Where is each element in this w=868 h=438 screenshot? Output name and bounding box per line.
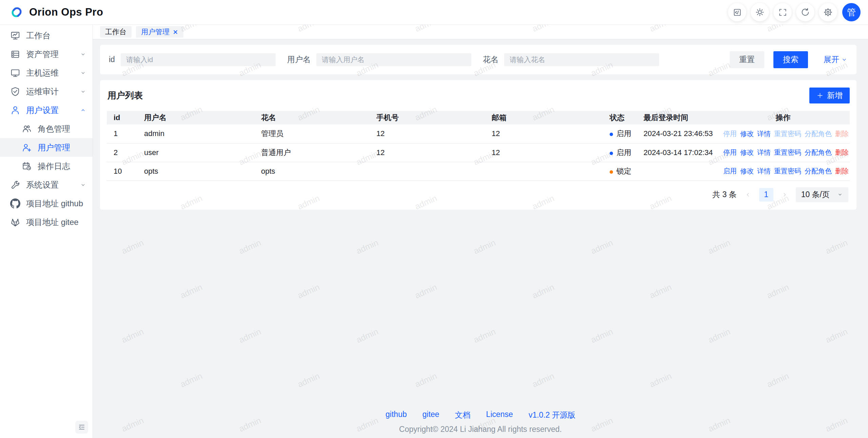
- nickname-input[interactable]: [504, 53, 659, 66]
- action-link[interactable]: 详情: [757, 167, 771, 176]
- status-dot-icon: [610, 170, 613, 174]
- pagination: 共 3 条 1 10 条/页: [107, 187, 850, 202]
- watermark-text: admin: [531, 371, 556, 389]
- action-link[interactable]: 停用: [723, 148, 737, 157]
- col-id: id: [107, 111, 137, 125]
- settings-button[interactable]: [819, 3, 837, 21]
- cell-phone: 12: [370, 143, 485, 162]
- theme-button[interactable]: [751, 3, 769, 21]
- watermark-text: admin: [472, 326, 497, 345]
- sidebar-item-label: 用户设置: [26, 105, 59, 116]
- fullscreen-button[interactable]: [773, 3, 792, 21]
- code-button[interactable]: [728, 3, 746, 21]
- watermark-text: admin: [589, 237, 614, 256]
- footer-link-version[interactable]: v1.0.2 开源版: [529, 410, 575, 420]
- field-id: id: [109, 53, 276, 66]
- page-size-select[interactable]: 10 条/页: [796, 187, 848, 202]
- action-link[interactable]: 删除: [835, 148, 849, 157]
- expand-link[interactable]: 展开: [824, 54, 848, 65]
- header-actions: 管: [724, 3, 861, 21]
- sidebar-item-system-settings[interactable]: 系统设置: [0, 175, 93, 194]
- action-link[interactable]: 分配角色: [805, 129, 832, 138]
- cell-status: 启用: [603, 125, 637, 143]
- tab-user-management[interactable]: 用户管理: [136, 26, 183, 38]
- sidebar-item-user-management[interactable]: 用户管理: [0, 138, 93, 157]
- footer-link-docs[interactable]: 文档: [455, 410, 471, 420]
- tab-bar: 工作台 用户管理: [93, 25, 868, 39]
- sidebar-item-github[interactable]: 项目地址 github: [0, 194, 93, 213]
- reset-button[interactable]: 重置: [730, 51, 764, 68]
- next-page-button[interactable]: [779, 188, 790, 202]
- watermark-text: admin: [648, 371, 673, 389]
- watermark-text: admin: [707, 237, 732, 256]
- col-phone: 手机号: [370, 111, 485, 125]
- field-username: 用户名: [287, 53, 471, 66]
- sidebar-item-workbench[interactable]: 工作台: [0, 26, 93, 45]
- add-user-button[interactable]: 新增: [809, 88, 850, 103]
- logo: Orion Ops Pro: [9, 4, 103, 20]
- cell-username: admin: [137, 125, 254, 143]
- search-button[interactable]: 搜索: [773, 51, 808, 68]
- col-status: 状态: [603, 111, 637, 125]
- chevron-down-icon: [841, 56, 848, 63]
- status-label: 启用: [616, 129, 631, 138]
- watermark-text: admin: [413, 371, 438, 389]
- sidebar-collapse-button[interactable]: [75, 421, 88, 434]
- close-tab-icon[interactable]: [173, 29, 178, 35]
- footer-link-license[interactable]: License: [486, 410, 513, 420]
- watermark-text: admin: [355, 237, 380, 256]
- action-link[interactable]: 分配角色: [805, 167, 832, 176]
- action-link[interactable]: 删除: [835, 167, 849, 176]
- sidebar-item-gitee[interactable]: 项目地址 gitee: [0, 213, 93, 231]
- action-link[interactable]: 详情: [757, 129, 771, 138]
- avatar-text: 管: [847, 6, 856, 18]
- chevron-down-icon: [837, 192, 843, 197]
- col-actions: 操作: [716, 111, 850, 125]
- status-label: 锁定: [616, 167, 631, 175]
- action-link[interactable]: 修改: [740, 129, 754, 138]
- user-list-header: 用户列表 新增: [107, 88, 850, 103]
- gitee-icon: [10, 217, 20, 227]
- sidebar-item-role-management[interactable]: 角色管理: [0, 119, 93, 138]
- page-number-1[interactable]: 1: [759, 188, 773, 202]
- action-link[interactable]: 删除: [835, 129, 849, 138]
- id-input[interactable]: [121, 53, 276, 66]
- sidebar-item-assets[interactable]: 资产管理: [0, 45, 93, 63]
- username-input[interactable]: [316, 53, 471, 66]
- prev-page-button[interactable]: [743, 188, 753, 202]
- user-avatar[interactable]: 管: [842, 3, 861, 21]
- watermark-text: admin: [179, 371, 204, 389]
- table-header: id 用户名 花名 手机号 邮箱 状态 最后登录时间 操作: [107, 111, 850, 125]
- action-link[interactable]: 重置密码: [774, 129, 801, 138]
- footer-links: github gitee 文档 License v1.0.2 开源版: [93, 410, 868, 420]
- action-link[interactable]: 重置密码: [774, 167, 801, 176]
- sidebar-item-audit[interactable]: 运维审计: [0, 82, 93, 101]
- app-header: Orion Ops Pro: [0, 0, 868, 25]
- action-link[interactable]: 修改: [740, 148, 754, 157]
- refresh-button[interactable]: [796, 3, 814, 21]
- tab-label: 工作台: [105, 27, 126, 37]
- chevron-down-icon: [80, 182, 86, 188]
- action-link[interactable]: 重置密码: [774, 148, 801, 157]
- user-table-body: 1admin管理员1212启用2024-03-21 23:46:53停用修改详情…: [107, 125, 850, 180]
- tab-workbench[interactable]: 工作台: [100, 26, 132, 38]
- action-link[interactable]: 详情: [757, 148, 771, 157]
- footer-link-github[interactable]: github: [386, 410, 407, 420]
- action-link[interactable]: 分配角色: [805, 148, 832, 157]
- watermark-text: admin: [296, 371, 321, 389]
- watermark-text: admin: [824, 326, 849, 345]
- sidebar-item-host-ops[interactable]: 主机运维: [0, 63, 93, 82]
- cell-email: [485, 162, 603, 180]
- sidebar-item-user-settings[interactable]: 用户设置: [0, 101, 93, 119]
- action-link[interactable]: 停用: [723, 129, 737, 138]
- pagination-total: 共 3 条: [712, 189, 737, 200]
- action-link[interactable]: 启用: [723, 167, 737, 176]
- role-users-icon: [22, 124, 32, 134]
- sidebar-item-label: 主机运维: [26, 68, 59, 78]
- table-row: 1admin管理员1212启用2024-03-21 23:46:53停用修改详情…: [107, 125, 850, 143]
- action-link[interactable]: 修改: [740, 167, 754, 176]
- sidebar-item-operation-log[interactable]: 操作日志: [0, 157, 93, 175]
- refresh-icon: [801, 7, 810, 17]
- footer-link-gitee[interactable]: gitee: [422, 410, 439, 420]
- cell-nickname: 普通用户: [254, 143, 370, 162]
